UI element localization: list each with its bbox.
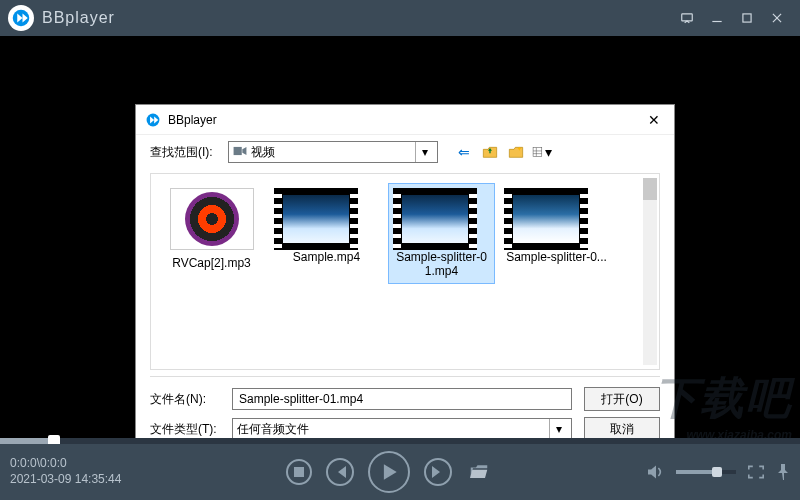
svg-rect-8 <box>533 148 542 157</box>
svg-rect-7 <box>234 146 242 154</box>
player-window: BBplayer BBplayer ✕ 查找范围(I): <box>0 0 800 500</box>
dialog-nav-icons: ⇐ ▾ <box>454 142 552 162</box>
video-file-icon <box>393 188 477 250</box>
titlebar: BBplayer <box>0 0 800 36</box>
file-name: Sample.mp4 <box>274 250 379 264</box>
feedback-icon[interactable] <box>672 3 702 33</box>
file-name: RVCap[2].mp3 <box>159 256 264 270</box>
svg-rect-1 <box>682 14 693 21</box>
svg-rect-12 <box>294 467 304 477</box>
open-file-dialog: BBplayer ✕ 查找范围(I): 视频 ▾ ⇐ <box>135 104 675 454</box>
file-name: Sample-splitter-01.mp4 <box>393 250 490 279</box>
close-button[interactable] <box>762 3 792 33</box>
dialog-close-button[interactable]: ✕ <box>642 108 666 132</box>
app-logo <box>8 5 34 31</box>
file-name: Sample-splitter-0... <box>504 250 609 264</box>
minimize-button[interactable] <box>702 3 732 33</box>
file-list-scrollbar[interactable] <box>643 178 657 365</box>
file-item[interactable]: RVCap[2].mp3 <box>159 188 264 270</box>
lookin-row: 查找范围(I): 视频 ▾ ⇐ <box>136 135 674 169</box>
control-bar: 0:0:0\0:0:0 2021-03-09 14:35:44 <box>0 444 800 500</box>
play-button[interactable] <box>368 451 410 493</box>
elapsed-time: 0:0:0\0:0:0 <box>10 456 130 472</box>
next-button[interactable] <box>424 458 452 486</box>
file-item-selected[interactable]: Sample-splitter-01.mp4 <box>389 184 494 283</box>
camera-icon <box>233 145 247 160</box>
app-title: BBplayer <box>42 9 115 27</box>
file-item[interactable]: Sample-splitter-0... <box>504 188 609 264</box>
maximize-button[interactable] <box>732 3 762 33</box>
volume-slider[interactable] <box>676 470 736 474</box>
view-menu-icon[interactable]: ▾ <box>532 142 552 162</box>
stop-button[interactable] <box>286 459 312 485</box>
volume-icon[interactable] <box>648 465 664 479</box>
chevron-down-icon: ▾ <box>415 142 433 162</box>
file-list: RVCap[2].mp3 Sample.mp4 Sample-splitter-… <box>150 173 660 370</box>
filetype-dropdown[interactable]: 任何音频文件 ▾ <box>232 418 572 440</box>
chevron-down-icon: ▾ <box>549 419 567 439</box>
back-icon[interactable]: ⇐ <box>454 142 474 162</box>
prev-button[interactable] <box>326 458 354 486</box>
lookin-dropdown[interactable]: 视频 ▾ <box>228 141 438 163</box>
fullscreen-button[interactable] <box>748 465 764 479</box>
filetype-value: 任何音频文件 <box>237 421 309 438</box>
pin-button[interactable] <box>776 464 790 480</box>
filetype-label: 文件类型(T): <box>150 421 220 438</box>
dialog-logo <box>144 111 162 129</box>
dialog-titlebar: BBplayer ✕ <box>136 105 674 135</box>
video-file-icon <box>504 188 588 250</box>
file-item[interactable]: Sample.mp4 <box>274 188 379 264</box>
open-button[interactable]: 打开(O) <box>584 387 660 411</box>
audio-file-icon <box>170 188 254 250</box>
svg-rect-3 <box>743 14 751 22</box>
open-file-button[interactable] <box>466 459 492 485</box>
video-area[interactable]: BBplayer ✕ 查找范围(I): 视频 ▾ ⇐ <box>0 36 800 438</box>
lookin-label: 查找范围(I): <box>150 144 220 161</box>
video-file-icon <box>274 188 358 250</box>
clock-time: 2021-03-09 14:35:44 <box>10 472 130 488</box>
lookin-value: 视频 <box>251 144 411 161</box>
new-folder-icon[interactable] <box>506 142 526 162</box>
filename-input[interactable] <box>232 388 572 410</box>
up-folder-icon[interactable] <box>480 142 500 162</box>
filename-label: 文件名(N): <box>150 391 220 408</box>
dialog-title: BBplayer <box>168 113 217 127</box>
time-display: 0:0:0\0:0:0 2021-03-09 14:35:44 <box>10 456 130 487</box>
